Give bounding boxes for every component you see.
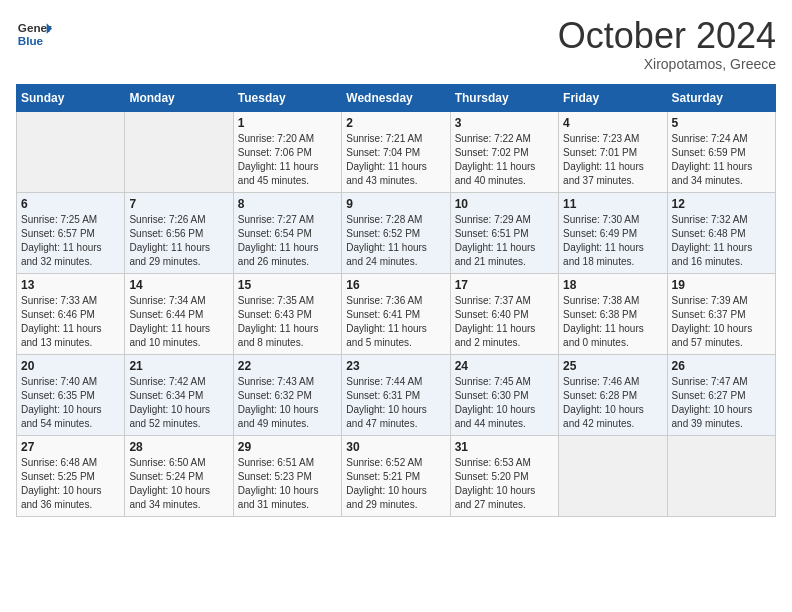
weekday-header-tuesday: Tuesday [233,84,341,111]
weekday-header-sunday: Sunday [17,84,125,111]
day-number: 4 [563,116,662,130]
day-info: Sunrise: 7:21 AMSunset: 7:04 PMDaylight:… [346,132,445,188]
weekday-header-thursday: Thursday [450,84,558,111]
day-info: Sunrise: 7:44 AMSunset: 6:31 PMDaylight:… [346,375,445,431]
day-number: 3 [455,116,554,130]
day-info: Sunrise: 7:34 AMSunset: 6:44 PMDaylight:… [129,294,228,350]
calendar-cell: 9Sunrise: 7:28 AMSunset: 6:52 PMDaylight… [342,192,450,273]
day-info: Sunrise: 7:42 AMSunset: 6:34 PMDaylight:… [129,375,228,431]
day-info: Sunrise: 7:30 AMSunset: 6:49 PMDaylight:… [563,213,662,269]
day-info: Sunrise: 6:48 AMSunset: 5:25 PMDaylight:… [21,456,120,512]
calendar-cell: 11Sunrise: 7:30 AMSunset: 6:49 PMDayligh… [559,192,667,273]
calendar-cell: 15Sunrise: 7:35 AMSunset: 6:43 PMDayligh… [233,273,341,354]
calendar-cell [667,435,775,516]
day-info: Sunrise: 7:23 AMSunset: 7:01 PMDaylight:… [563,132,662,188]
day-number: 16 [346,278,445,292]
weekday-header-friday: Friday [559,84,667,111]
day-number: 26 [672,359,771,373]
calendar-cell: 8Sunrise: 7:27 AMSunset: 6:54 PMDaylight… [233,192,341,273]
page-header: General Blue October 2024 Xiropotamos, G… [16,16,776,72]
day-info: Sunrise: 7:36 AMSunset: 6:41 PMDaylight:… [346,294,445,350]
day-number: 24 [455,359,554,373]
logo: General Blue [16,16,52,52]
logo-icon: General Blue [16,16,52,52]
calendar-cell: 21Sunrise: 7:42 AMSunset: 6:34 PMDayligh… [125,354,233,435]
day-number: 28 [129,440,228,454]
day-info: Sunrise: 7:25 AMSunset: 6:57 PMDaylight:… [21,213,120,269]
day-info: Sunrise: 6:50 AMSunset: 5:24 PMDaylight:… [129,456,228,512]
day-info: Sunrise: 7:22 AMSunset: 7:02 PMDaylight:… [455,132,554,188]
calendar-cell: 12Sunrise: 7:32 AMSunset: 6:48 PMDayligh… [667,192,775,273]
calendar-cell: 5Sunrise: 7:24 AMSunset: 6:59 PMDaylight… [667,111,775,192]
day-number: 6 [21,197,120,211]
weekday-header-monday: Monday [125,84,233,111]
calendar-cell: 16Sunrise: 7:36 AMSunset: 6:41 PMDayligh… [342,273,450,354]
calendar-cell: 28Sunrise: 6:50 AMSunset: 5:24 PMDayligh… [125,435,233,516]
day-number: 15 [238,278,337,292]
day-number: 21 [129,359,228,373]
calendar-cell: 22Sunrise: 7:43 AMSunset: 6:32 PMDayligh… [233,354,341,435]
month-title: October 2024 [558,16,776,56]
weekday-header-wednesday: Wednesday [342,84,450,111]
calendar-cell: 14Sunrise: 7:34 AMSunset: 6:44 PMDayligh… [125,273,233,354]
day-info: Sunrise: 7:27 AMSunset: 6:54 PMDaylight:… [238,213,337,269]
day-number: 13 [21,278,120,292]
day-number: 2 [346,116,445,130]
day-number: 19 [672,278,771,292]
day-info: Sunrise: 7:35 AMSunset: 6:43 PMDaylight:… [238,294,337,350]
location-subtitle: Xiropotamos, Greece [558,56,776,72]
calendar-cell: 30Sunrise: 6:52 AMSunset: 5:21 PMDayligh… [342,435,450,516]
day-number: 11 [563,197,662,211]
day-info: Sunrise: 7:29 AMSunset: 6:51 PMDaylight:… [455,213,554,269]
calendar-cell: 7Sunrise: 7:26 AMSunset: 6:56 PMDaylight… [125,192,233,273]
calendar-cell: 4Sunrise: 7:23 AMSunset: 7:01 PMDaylight… [559,111,667,192]
calendar-cell: 1Sunrise: 7:20 AMSunset: 7:06 PMDaylight… [233,111,341,192]
day-info: Sunrise: 7:24 AMSunset: 6:59 PMDaylight:… [672,132,771,188]
day-info: Sunrise: 7:47 AMSunset: 6:27 PMDaylight:… [672,375,771,431]
day-info: Sunrise: 7:38 AMSunset: 6:38 PMDaylight:… [563,294,662,350]
day-number: 18 [563,278,662,292]
day-info: Sunrise: 7:39 AMSunset: 6:37 PMDaylight:… [672,294,771,350]
day-number: 1 [238,116,337,130]
calendar-cell: 6Sunrise: 7:25 AMSunset: 6:57 PMDaylight… [17,192,125,273]
day-info: Sunrise: 7:26 AMSunset: 6:56 PMDaylight:… [129,213,228,269]
day-info: Sunrise: 7:20 AMSunset: 7:06 PMDaylight:… [238,132,337,188]
calendar-cell: 13Sunrise: 7:33 AMSunset: 6:46 PMDayligh… [17,273,125,354]
calendar-cell: 19Sunrise: 7:39 AMSunset: 6:37 PMDayligh… [667,273,775,354]
calendar-cell: 24Sunrise: 7:45 AMSunset: 6:30 PMDayligh… [450,354,558,435]
title-block: October 2024 Xiropotamos, Greece [558,16,776,72]
calendar-cell: 2Sunrise: 7:21 AMSunset: 7:04 PMDaylight… [342,111,450,192]
day-number: 25 [563,359,662,373]
day-number: 14 [129,278,228,292]
calendar-cell: 23Sunrise: 7:44 AMSunset: 6:31 PMDayligh… [342,354,450,435]
calendar-cell [559,435,667,516]
day-number: 7 [129,197,228,211]
day-number: 8 [238,197,337,211]
day-info: Sunrise: 6:53 AMSunset: 5:20 PMDaylight:… [455,456,554,512]
day-number: 10 [455,197,554,211]
day-number: 29 [238,440,337,454]
calendar-cell: 26Sunrise: 7:47 AMSunset: 6:27 PMDayligh… [667,354,775,435]
day-info: Sunrise: 7:43 AMSunset: 6:32 PMDaylight:… [238,375,337,431]
calendar-table: SundayMondayTuesdayWednesdayThursdayFrid… [16,84,776,517]
day-number: 5 [672,116,771,130]
calendar-cell: 31Sunrise: 6:53 AMSunset: 5:20 PMDayligh… [450,435,558,516]
day-info: Sunrise: 7:45 AMSunset: 6:30 PMDaylight:… [455,375,554,431]
calendar-cell: 29Sunrise: 6:51 AMSunset: 5:23 PMDayligh… [233,435,341,516]
day-info: Sunrise: 7:46 AMSunset: 6:28 PMDaylight:… [563,375,662,431]
calendar-cell [125,111,233,192]
calendar-cell: 18Sunrise: 7:38 AMSunset: 6:38 PMDayligh… [559,273,667,354]
day-number: 20 [21,359,120,373]
calendar-cell: 17Sunrise: 7:37 AMSunset: 6:40 PMDayligh… [450,273,558,354]
day-info: Sunrise: 7:40 AMSunset: 6:35 PMDaylight:… [21,375,120,431]
day-number: 9 [346,197,445,211]
day-number: 12 [672,197,771,211]
day-number: 27 [21,440,120,454]
calendar-cell: 20Sunrise: 7:40 AMSunset: 6:35 PMDayligh… [17,354,125,435]
day-info: Sunrise: 7:37 AMSunset: 6:40 PMDaylight:… [455,294,554,350]
day-info: Sunrise: 7:32 AMSunset: 6:48 PMDaylight:… [672,213,771,269]
calendar-cell: 3Sunrise: 7:22 AMSunset: 7:02 PMDaylight… [450,111,558,192]
day-info: Sunrise: 7:33 AMSunset: 6:46 PMDaylight:… [21,294,120,350]
day-number: 23 [346,359,445,373]
day-number: 22 [238,359,337,373]
